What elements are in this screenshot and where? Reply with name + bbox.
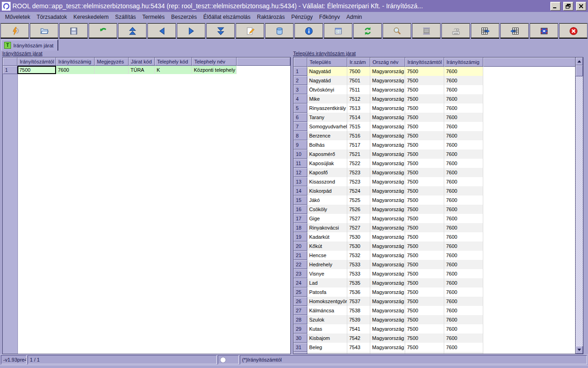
row-number-button[interactable]: 9: [294, 140, 307, 150]
cell[interactable]: Rinyakovácsi: [307, 223, 347, 232]
table-row[interactable]: 25Patosfa7536Magyarország75007600: [294, 288, 583, 297]
cell[interactable]: 7600: [444, 196, 483, 205]
cell[interactable]: Somogyudvarhely: [307, 122, 347, 131]
row-number-button[interactable]: 1: [3, 66, 17, 74]
cell[interactable]: 7600: [444, 113, 483, 122]
toolbar-lightning-button[interactable]: [0, 23, 29, 39]
column-header-iranyitoszamig[interactable]: Irányítószámig: [444, 58, 483, 67]
cell[interactable]: 7500: [405, 85, 444, 94]
cell[interactable]: 7542: [347, 334, 370, 343]
row-number-button[interactable]: 13: [294, 177, 307, 186]
cell[interactable]: 7500: [405, 343, 444, 352]
table-row[interactable]: 23Visnye7533Magyarország75007600: [294, 269, 583, 278]
cell[interactable]: Magyarország: [370, 278, 405, 288]
toolbar-database-button[interactable]: [265, 23, 294, 39]
cell[interactable]: Rinyaszentkirály: [307, 104, 347, 113]
cell[interactable]: Magyarország: [370, 168, 405, 177]
cell[interactable]: Hencse: [307, 251, 347, 260]
row-number-button[interactable]: 3: [294, 85, 307, 94]
cell[interactable]: Kaposújlak: [307, 159, 347, 168]
cell[interactable]: 7500: [405, 150, 444, 159]
cell[interactable]: 7500: [405, 177, 444, 186]
cell[interactable]: Mike: [307, 94, 347, 104]
cell[interactable]: Magyarország: [370, 315, 405, 324]
cell[interactable]: 7516: [347, 131, 370, 140]
cell[interactable]: Visnye: [307, 269, 347, 278]
cell[interactable]: 7527: [347, 223, 370, 232]
menu-beszerzes[interactable]: Beszerzés: [168, 12, 200, 22]
cell[interactable]: Kisasszond: [307, 177, 347, 186]
cell[interactable]: Magyarország: [370, 324, 405, 334]
toolbar-edit-button[interactable]: [236, 23, 264, 39]
cell[interactable]: 7600: [444, 94, 483, 104]
row-number-button[interactable]: 14: [294, 186, 307, 196]
cell[interactable]: 7600: [444, 223, 483, 232]
cell[interactable]: Magyarország: [370, 214, 405, 223]
table-row[interactable]: 18Rinyakovácsi7527Magyarország75007600: [294, 223, 583, 232]
row-number-button[interactable]: 4: [294, 94, 307, 104]
table-row[interactable]: 15Jákó7525Magyarország75007600: [294, 196, 583, 205]
column-header-telepules[interactable]: Település: [307, 58, 347, 67]
cell[interactable]: 7600: [444, 150, 483, 159]
cell[interactable]: 7600: [444, 131, 483, 140]
cell[interactable]: Magyarország: [370, 186, 405, 196]
column-header-iranyitoszamtol[interactable]: Irányítószámtól: [405, 58, 444, 67]
column-header-jarat-kod[interactable]: Járat kód: [129, 58, 155, 66]
table-row[interactable]: 20Kőkút7530Magyarország75007600: [294, 242, 583, 251]
cell[interactable]: Szabás: [307, 352, 347, 354]
menu-eloallat-elszamolas[interactable]: Élőállat elszámolás: [200, 12, 254, 22]
cell[interactable]: Magyarország: [370, 76, 405, 85]
table-row[interactable]: 8Berzence7516Magyarország75007600: [294, 131, 583, 140]
cell[interactable]: Magyarország: [370, 260, 405, 269]
cell[interactable]: 7600: [444, 251, 483, 260]
cell[interactable]: Magyarország: [370, 131, 405, 140]
cell[interactable]: 7500: [405, 278, 444, 288]
cell[interactable]: 7500: [405, 186, 444, 196]
cell[interactable]: 7500: [405, 159, 444, 168]
cell[interactable]: 7514: [347, 113, 370, 122]
cell[interactable]: 7533: [347, 269, 370, 278]
scroll-up-button[interactable]: [576, 58, 583, 65]
row-number-button[interactable]: 25: [294, 288, 307, 297]
cell[interactable]: Magyarország: [370, 242, 405, 251]
cell[interactable]: Kaposfő: [307, 168, 347, 177]
cell[interactable]: Magyarország: [370, 94, 405, 104]
cell[interactable]: Szulok: [307, 315, 347, 324]
cell[interactable]: 7500: [405, 251, 444, 260]
cell[interactable]: 7526: [347, 205, 370, 214]
cell[interactable]: 7600: [444, 278, 483, 288]
cell[interactable]: 7525: [347, 196, 370, 205]
cell[interactable]: Kálmáncsa: [307, 306, 347, 315]
cell[interactable]: Hedrehely: [307, 260, 347, 269]
cell[interactable]: Magyarország: [370, 196, 405, 205]
scroll-track[interactable]: [576, 76, 583, 346]
cell[interactable]: [95, 66, 129, 74]
column-header-iranyitoszamtol[interactable]: Irányítószámtól: [17, 58, 56, 66]
cell[interactable]: 7500: [405, 324, 444, 334]
cell[interactable]: 7500: [405, 122, 444, 131]
cell[interactable]: 7522: [347, 159, 370, 168]
cell[interactable]: Magyarország: [370, 122, 405, 131]
cell[interactable]: 7512: [347, 94, 370, 104]
cell[interactable]: 7500: [405, 288, 444, 297]
cell[interactable]: Patosfa: [307, 288, 347, 297]
cell[interactable]: 7544: [347, 352, 370, 354]
row-number-button[interactable]: 17: [294, 214, 307, 223]
row-number-button[interactable]: 22: [294, 260, 307, 269]
cell[interactable]: Nagyatád: [307, 67, 347, 76]
toolbar-keyboard-button[interactable]: [441, 23, 470, 39]
toolbar-search-button[interactable]: [383, 23, 411, 39]
table-row[interactable]: 7Somogyudvarhely7515Magyarország75007600: [294, 122, 583, 131]
toolbar-info-button[interactable]: [294, 23, 323, 39]
cell[interactable]: Gige: [307, 214, 347, 223]
menu-muveletek[interactable]: Műveletek: [2, 12, 34, 22]
toolbar-prev-button[interactable]: [147, 23, 176, 39]
cell[interactable]: Magyarország: [370, 85, 405, 94]
cell[interactable]: 7500: [405, 67, 444, 76]
cell[interactable]: 7500: [405, 297, 444, 306]
cell[interactable]: 7600: [444, 186, 483, 196]
table-row[interactable]: 9Bolhás7517Magyarország75007600: [294, 140, 583, 150]
row-number-button[interactable]: 2: [294, 76, 307, 85]
toolbar-refresh-button[interactable]: [353, 23, 382, 39]
cell[interactable]: Magyarország: [370, 269, 405, 278]
